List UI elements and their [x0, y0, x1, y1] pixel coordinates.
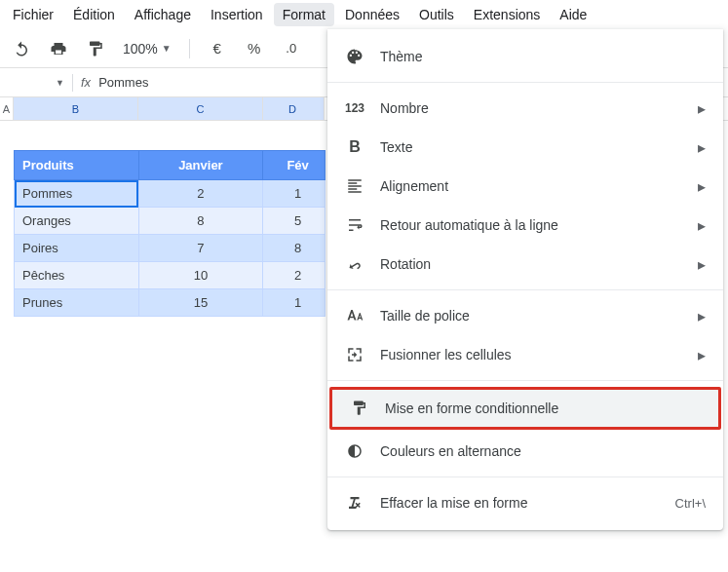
print-button[interactable]: [45, 35, 72, 62]
menu-label: Taille de police: [380, 308, 682, 324]
menu-label: Rotation: [380, 256, 682, 272]
cell[interactable]: Poires: [15, 235, 139, 262]
fontsize-icon: [345, 306, 364, 325]
table-row: Pommes 2 1: [15, 180, 326, 208]
table-row: Oranges 8 5: [15, 208, 326, 235]
header-produits[interactable]: Produits: [15, 151, 139, 180]
header-fevrier[interactable]: Fév: [263, 151, 326, 180]
col-header-b[interactable]: B: [14, 97, 138, 120]
undo-button[interactable]: [8, 35, 35, 62]
menu-label: Mise en forme conditionnelle: [385, 400, 701, 416]
menu-clear-formatting[interactable]: Effacer la mise en forme Ctrl+\: [327, 483, 723, 522]
fx-icon: fx: [81, 75, 91, 90]
menu-separator: [327, 477, 723, 477]
chevron-down-icon: ▼: [56, 78, 64, 88]
clear-format-icon: [345, 493, 364, 513]
menu-label: Retour automatique à la ligne: [380, 217, 682, 233]
zoom-dropdown[interactable]: 100% ▼: [119, 41, 175, 57]
menu-wrap[interactable]: Retour automatique à la ligne ▸: [327, 206, 723, 245]
menu-theme[interactable]: Thème: [327, 37, 723, 76]
chevron-right-icon: ▸: [698, 138, 706, 157]
menu-format[interactable]: Format: [274, 3, 334, 26]
menu-edit[interactable]: Édition: [64, 3, 124, 26]
undo-icon: [13, 40, 30, 57]
header-janvier[interactable]: Janvier: [138, 151, 263, 180]
cell[interactable]: Prunes: [15, 289, 139, 317]
menu-separator: [327, 380, 723, 381]
menu-label: Nombre: [380, 100, 682, 116]
decimals-icon: .0: [286, 41, 296, 56]
name-box[interactable]: ▼: [8, 78, 64, 88]
separator: [72, 74, 73, 92]
decrease-decimals-button[interactable]: .0: [278, 35, 305, 62]
data-table: Produits Janvier Fév Pommes 2 1 Oranges …: [14, 150, 326, 317]
table-row: Prunes 15 1: [15, 289, 326, 317]
cell-pommes[interactable]: Pommes: [15, 180, 139, 208]
chevron-right-icon: ▸: [698, 346, 706, 364]
wrap-icon: [345, 215, 364, 235]
col-header-c[interactable]: C: [138, 97, 263, 120]
chevron-right-icon: ▸: [698, 99, 706, 118]
chevron-right-icon: ▸: [698, 255, 706, 274]
chevron-right-icon: ▸: [698, 177, 706, 196]
cell[interactable]: 2: [263, 262, 326, 289]
cell[interactable]: Oranges: [15, 208, 139, 235]
theme-icon: [345, 47, 364, 66]
shortcut-label: Ctrl+\: [675, 496, 706, 511]
cell[interactable]: 8: [138, 208, 263, 235]
menu-align[interactable]: Alignement ▸: [327, 167, 723, 206]
conditional-format-icon: [350, 399, 369, 418]
cell[interactable]: 2: [138, 180, 263, 208]
print-icon: [50, 40, 67, 57]
menu-label: Fusionner les cellules: [380, 347, 682, 362]
menu-file[interactable]: Fichier: [4, 3, 62, 26]
paint-roller-icon: [87, 40, 104, 57]
menu-data[interactable]: Données: [336, 3, 408, 26]
menu-merge[interactable]: Fusionner les cellules ▸: [327, 335, 723, 374]
cell[interactable]: 15: [138, 289, 263, 317]
menu-number[interactable]: 123 Nombre ▸: [327, 89, 723, 128]
cell[interactable]: 5: [263, 208, 326, 235]
menu-label: Alignement: [380, 178, 682, 194]
paint-format-button[interactable]: [82, 35, 109, 62]
menu-extensions[interactable]: Extensions: [465, 3, 549, 26]
menu-label: Texte: [380, 139, 682, 155]
cell[interactable]: 1: [263, 180, 326, 208]
menu-separator: [327, 82, 723, 83]
table-header-row: Produits Janvier Fév: [15, 151, 326, 180]
table-row: Pêches 10 2: [15, 262, 326, 289]
menu-help[interactable]: Aide: [551, 3, 595, 26]
menu-separator: [327, 289, 723, 290]
percent-button[interactable]: %: [241, 35, 268, 62]
menu-rotation[interactable]: Rotation ▸: [327, 245, 723, 284]
menu-tools[interactable]: Outils: [410, 3, 463, 26]
col-header-d[interactable]: D: [263, 97, 325, 120]
cell[interactable]: 7: [138, 235, 263, 262]
col-header-a[interactable]: A: [0, 97, 14, 120]
number-icon: 123: [345, 98, 364, 118]
align-icon: [345, 176, 364, 196]
menu-alternating-colors[interactable]: Couleurs en alternance: [327, 432, 723, 471]
menu-insert[interactable]: Insertion: [202, 3, 272, 26]
cell[interactable]: 10: [138, 262, 263, 289]
chevron-down-icon: ▼: [162, 43, 172, 54]
menu-fontsize[interactable]: Taille de police ▸: [327, 296, 723, 335]
cell[interactable]: Pêches: [15, 262, 139, 289]
menu-label: Effacer la mise en forme: [380, 495, 660, 511]
menu-conditional-formatting[interactable]: Mise en forme conditionnelle: [329, 387, 721, 430]
rotation-icon: [345, 254, 364, 274]
zoom-value: 100%: [123, 41, 158, 57]
chevron-right-icon: ▸: [698, 216, 706, 235]
formula-value[interactable]: Pommes: [98, 75, 148, 90]
format-dropdown: Thème 123 Nombre ▸ B Texte ▸ Alignement …: [327, 29, 723, 530]
menu-bar: Fichier Édition Affichage Insertion Form…: [0, 0, 728, 29]
menu-label: Thème: [380, 49, 706, 64]
cell[interactable]: 8: [263, 235, 326, 262]
cell[interactable]: 1: [263, 289, 326, 317]
menu-view[interactable]: Affichage: [126, 3, 200, 26]
menu-text[interactable]: B Texte ▸: [327, 128, 723, 167]
bold-icon: B: [345, 137, 364, 157]
currency-button[interactable]: €: [204, 35, 231, 62]
alternating-colors-icon: [345, 441, 364, 461]
separator: [189, 39, 190, 58]
